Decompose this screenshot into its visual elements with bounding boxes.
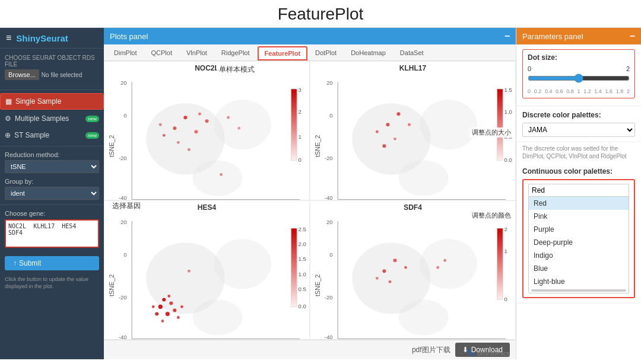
page-title: FeaturePlot	[278, 5, 364, 23]
tab-dataset[interactable]: DataSet	[394, 46, 430, 60]
submit-button[interactable]: ↑ Submit	[5, 256, 99, 270]
dropdown-item-pink[interactable]: Pink	[529, 210, 629, 223]
svg-point-84	[161, 320, 164, 323]
tab-vlnplot[interactable]: VlnPlot	[180, 46, 214, 60]
no-file-text: No file selected	[42, 72, 82, 78]
svg-point-76	[158, 305, 163, 309]
dropdown-item-blue[interactable]: Blue	[529, 262, 629, 275]
dot-size-min: 0	[528, 65, 531, 72]
svg-point-25	[237, 127, 240, 130]
dropdown-item-indigo[interactable]: Indigo	[529, 249, 629, 262]
dot-size-section: Dot size: 0 2 00.20.40.60.811.21.41.61.8…	[516, 44, 641, 106]
tab-featureplot[interactable]: FeaturePlot	[258, 46, 308, 60]
discrete-color-desc: The discrete color was setted for the Di…	[516, 142, 641, 162]
plot-hes4: HES4 20 0 -20 -40 -40 -20 0 20 40	[104, 200, 310, 340]
svg-point-85	[180, 305, 183, 308]
params-panel-header: Parameters panel −	[516, 28, 641, 44]
svg-point-47	[420, 100, 477, 149]
continuous-color-label: Continuous color palettes:	[522, 167, 635, 175]
pdf-label: pdf图片下载	[412, 345, 450, 355]
svg-text:tSNE_2: tSNE_2	[314, 135, 321, 157]
svg-point-24	[227, 116, 230, 119]
svg-text:2.5: 2.5	[299, 226, 306, 232]
svg-text:1.5: 1.5	[504, 87, 512, 93]
svg-rect-55	[497, 89, 503, 160]
reduction-label: Reduction method:	[5, 151, 99, 158]
svg-point-78	[169, 301, 173, 305]
plots-panel-header: Plots panel −	[104, 28, 516, 44]
group-by-group: Group by: ident	[0, 175, 104, 202]
svg-rect-88	[291, 228, 297, 306]
plot-klhl17-canvas: 20 0 -20 -40 -40 -20 0 20 40 tSNE_1 tSNE…	[313, 74, 513, 200]
tab-doheatmap[interactable]: DoHeatmap	[344, 46, 392, 60]
svg-point-23	[198, 113, 201, 116]
svg-text:1.5: 1.5	[299, 256, 306, 262]
svg-text:1.0: 1.0	[504, 108, 512, 115]
svg-text:20: 20	[120, 79, 127, 86]
svg-point-52	[394, 138, 396, 141]
browse-button[interactable]: Browse...	[5, 69, 39, 80]
svg-text:-40: -40	[325, 194, 333, 200]
dropdown-item-deep-purple[interactable]: Deep-purple	[529, 236, 629, 249]
title-bar: FeaturePlot	[0, 0, 641, 27]
plots-area: 单样本模式 选择基因 Plots panel − DimPlot QCPlot …	[104, 28, 516, 359]
discrete-color-label: Discrete color palettes:	[522, 111, 635, 119]
group-by-select[interactable]: ident	[5, 187, 99, 200]
plot-sdf4-title: SDF4	[404, 203, 422, 212]
plot-noc2l-canvas: 20 0 -20 -40 -40 -20 0 20 40 tSNE_1 tSNE…	[107, 74, 307, 200]
plots-panel-collapse[interactable]: −	[504, 31, 510, 41]
dot-size-container	[528, 74, 630, 88]
tab-qcplot[interactable]: QCPlot	[145, 46, 179, 60]
svg-text:-20: -20	[119, 294, 127, 301]
svg-point-50	[396, 112, 400, 116]
tab-dotplot[interactable]: DotPlot	[309, 46, 343, 60]
new-badge-2: new	[85, 132, 99, 139]
plot-sdf4: SDF4 20 0 -20 -40 -40 -20 0 20 40	[310, 200, 516, 340]
plot-hes4-canvas: 20 0 -20 -40 -40 -20 0 20 40 tSNE_1 tSNE…	[107, 213, 307, 340]
file-section: Choose Seurat Object RDS File Browse... …	[0, 49, 104, 87]
svg-point-14	[214, 100, 271, 149]
dot-size-max: 2	[626, 65, 630, 72]
svg-point-53	[408, 123, 411, 126]
svg-point-54	[382, 144, 386, 148]
continuous-color-input[interactable]	[528, 184, 629, 197]
plots-footer: pdf图片下载 ⬇ Download	[104, 340, 516, 359]
scatter-svg-noc2l: 20 0 -20 -40 -40 -20 0 20 40 tSNE_1 tSNE…	[107, 74, 307, 200]
sidebar-item-single-sample[interactable]: ▦ Single Sample	[0, 93, 104, 110]
svg-text:-20: -20	[325, 294, 333, 301]
dot-size-bordered: Dot size: 0 2 00.20.40.60.811.21.41.61.8…	[522, 49, 635, 98]
gene-section: Choose gene:	[0, 207, 104, 253]
dropdown-item-light-blue[interactable]: Light-blue	[529, 275, 629, 288]
submit-icon: ↑	[13, 259, 17, 267]
continuous-color-section: Continuous color palettes: Red Pink Purp…	[516, 162, 641, 304]
tab-dimplot[interactable]: DimPlot	[107, 46, 144, 60]
sidebar-item-st-sample[interactable]: ⊕ ST Sample new	[0, 127, 104, 143]
dropdown-item-red[interactable]: Red	[529, 197, 629, 210]
sidebar-item-multiple-samples[interactable]: ⚙ Multiple Samples new	[0, 111, 104, 126]
svg-point-48	[398, 160, 448, 196]
tab-ridgeplot[interactable]: RidgePlot	[215, 46, 256, 60]
dropdown-item-purple[interactable]: Purple	[529, 223, 629, 236]
svg-text:0: 0	[299, 157, 302, 163]
svg-text:2.0: 2.0	[299, 241, 306, 247]
st-sample-icon: ⊕	[5, 131, 11, 139]
gene-textarea[interactable]	[5, 219, 99, 248]
hamburger-icon[interactable]: ≡	[6, 33, 11, 43]
svg-point-81	[173, 308, 176, 312]
dropdown-scrollbar	[531, 289, 626, 292]
svg-point-18	[194, 130, 198, 133]
svg-text:20: 20	[326, 219, 333, 225]
reduction-select[interactable]: tSNE	[5, 160, 99, 173]
single-sample-icon: ▦	[5, 97, 12, 106]
params-panel: Parameters panel − Dot size: 0 2 00.20.4…	[516, 28, 641, 359]
dot-size-slider[interactable]	[528, 74, 630, 83]
svg-text:1: 1	[299, 133, 302, 140]
svg-text:0: 0	[123, 112, 126, 119]
params-panel-collapse[interactable]: −	[630, 31, 635, 41]
discrete-color-select[interactable]: JAMA	[522, 123, 635, 137]
svg-text:3: 3	[299, 87, 302, 93]
svg-text:0.0: 0.0	[504, 157, 512, 163]
svg-point-21	[205, 119, 208, 123]
sidebar-footer-text: Click the button to update the value dis…	[0, 274, 104, 292]
sidebar-brand: ShinySeurat	[16, 33, 68, 43]
